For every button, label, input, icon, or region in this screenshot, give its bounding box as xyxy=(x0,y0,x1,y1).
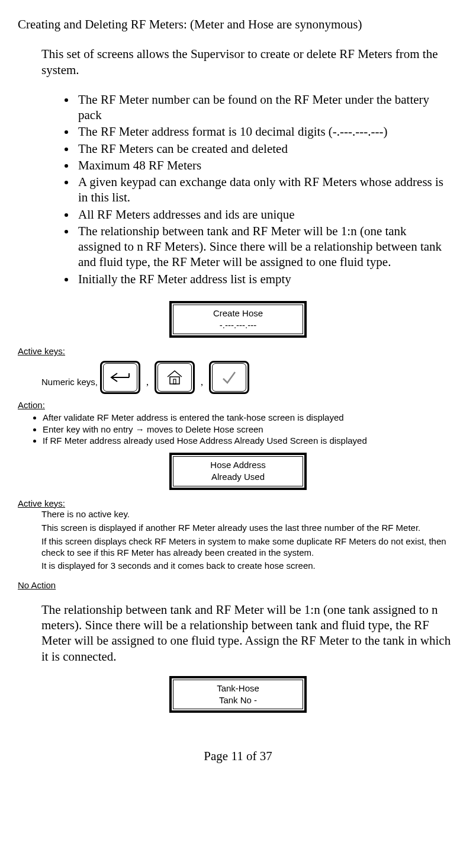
list-item: The RF Meters can be created and deleted xyxy=(76,141,452,156)
list-item: After validate RF Meter address is enter… xyxy=(43,412,458,424)
numeric-keys-text: Numeric keys, xyxy=(41,377,98,394)
lcd-line: Hose Address xyxy=(173,459,303,471)
check-icon xyxy=(221,370,237,385)
description-text: If this screen displays check RF Meters … xyxy=(41,536,458,559)
lcd-line: Tank No - xyxy=(173,694,303,706)
no-action-label: No Action xyxy=(18,580,458,591)
home-key-button xyxy=(155,361,195,394)
lcd-screen-hose-address: Hose Address Already Used xyxy=(169,453,307,490)
lcd-line: -.---.---.--- xyxy=(173,319,303,331)
lcd-line: Tank-Hose xyxy=(173,683,303,694)
svg-rect-2 xyxy=(170,377,179,384)
action-label: Action: xyxy=(18,400,458,411)
separator: , xyxy=(143,376,152,394)
section-heading: Creating and Deleting RF Meters: (Meter … xyxy=(18,17,458,32)
lcd-line: Already Used xyxy=(173,471,303,483)
list-item: If RF Meter address already used Hose Ad… xyxy=(43,435,458,447)
list-item: Initially the RF Meter address list is e… xyxy=(76,271,452,287)
description-text: This screen is displayed if another RF M… xyxy=(41,523,458,534)
action-bullet-list: After validate RF Meter address is enter… xyxy=(31,412,458,447)
no-active-key-text: There is no active key. xyxy=(41,509,458,520)
intro-paragraph: This set of screens allows the Superviso… xyxy=(41,46,452,78)
svg-rect-3 xyxy=(173,379,176,384)
lcd-line: Create Hose xyxy=(173,308,303,319)
enter-key-button xyxy=(209,361,249,394)
lcd-screen-create-hose: Create Hose -.---.---.--- xyxy=(169,301,307,338)
list-item: The RF Meter address format is 10 decima… xyxy=(76,124,452,139)
list-item: A given keypad can exchange data only wi… xyxy=(76,174,452,206)
list-item: The relationship between tank and RF Met… xyxy=(76,223,452,270)
list-item: All RF Meters addresses and ids are uniq… xyxy=(76,207,452,222)
back-arrow-icon xyxy=(110,372,130,383)
lcd-screen-tank-hose: Tank-Hose Tank No - xyxy=(169,676,307,713)
relationship-paragraph: The relationship between tank and RF Met… xyxy=(41,602,452,664)
home-icon xyxy=(166,370,183,385)
back-key-button xyxy=(100,361,140,394)
list-item: Enter key with no entry → moves to Delet… xyxy=(43,424,458,435)
active-keys-label: Active keys: xyxy=(18,498,458,510)
active-keys-label: Active keys: xyxy=(18,346,458,357)
page-footer: Page 11 of 37 xyxy=(18,748,458,764)
description-text: It is displayed for 3 seconds and it com… xyxy=(41,560,458,572)
list-item: The RF Meter number can be found on the … xyxy=(76,92,452,123)
main-bullet-list: The RF Meter number can be found on the … xyxy=(41,92,452,287)
list-item: Maximum 48 RF Meters xyxy=(76,158,452,173)
separator: , xyxy=(197,376,207,394)
